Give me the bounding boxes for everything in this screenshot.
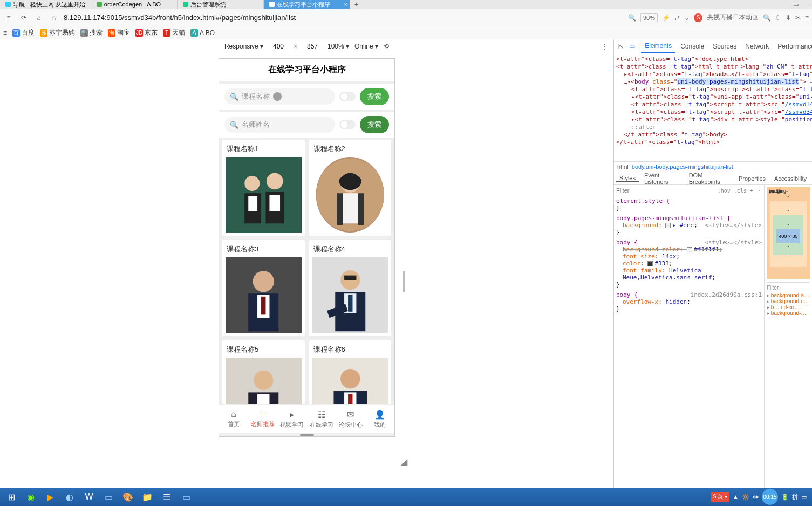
url-input[interactable]: 8.129.11.174:9015/ssmvd34b/front/h5/inde… [64, 13, 624, 22]
more-icon[interactable]: ≡ [805, 14, 809, 22]
device-scale-select[interactable]: 100% ▾ [327, 43, 349, 50]
device-throttle-select[interactable]: Online ▾ [354, 43, 378, 50]
course-card[interactable]: 课程名称5 [222, 340, 305, 404]
bookmarks-menu-icon[interactable]: ≡ [3, 29, 7, 37]
dom-breadcrumb[interactable]: html body.uni-body.pages-mingshituijian-… [614, 161, 812, 172]
styles-tab-props[interactable]: Properties [735, 175, 769, 182]
tray-icon[interactable]: ▲ [733, 494, 739, 500]
tab-home[interactable]: ⌂首页 [219, 405, 248, 433]
styles-rules[interactable]: :hov .cls + ⋮ element.style {}body.pages… [614, 185, 765, 488]
search-icon[interactable]: 🔍 [763, 14, 771, 22]
tab-teachers[interactable]: ⌗名师推荐 [248, 405, 277, 433]
computed-prop[interactable]: background-cl… [767, 298, 810, 304]
styles-filter-input[interactable] [616, 187, 714, 194]
download-icon[interactable]: ⬇ [786, 14, 791, 22]
download-chevron-icon[interactable]: ⌄ [684, 14, 690, 22]
tab-video[interactable]: ▸视频学习 [277, 405, 306, 433]
course-card[interactable]: 课程名称6 [309, 340, 392, 404]
bookmark-item[interactable]: 苏苏宁易购 [40, 28, 75, 37]
browser-tab[interactable]: orderCodegen - A BO [91, 0, 178, 9]
taskbar-app-icon[interactable]: 📁 [138, 489, 156, 504]
browser-tab-active[interactable]: 在线学习平台小程序× [264, 0, 350, 9]
drag-handle[interactable] [219, 433, 394, 436]
scissors-icon[interactable]: ✂ [795, 14, 801, 22]
bookmark-item[interactable]: 淘淘宝 [108, 28, 130, 37]
home-icon[interactable]: ⌂ [33, 14, 44, 22]
device-toggle-icon[interactable]: ▭ [627, 43, 637, 50]
tray-ime-icon[interactable]: 拼 [792, 493, 798, 501]
dom-tree[interactable]: <t-attr">class="t-tag">!doctype html><t-… [614, 53, 812, 161]
close-icon[interactable]: × [344, 1, 347, 8]
computed-prop[interactable]: background-at… [767, 292, 810, 298]
devtools-tab-elements[interactable]: Elements [641, 39, 675, 53]
nav-menu-icon[interactable]: ≡ [3, 14, 14, 22]
devtools-tab-sources[interactable]: Sources [709, 39, 740, 53]
taskbar-app-icon[interactable]: 🎨 [119, 489, 137, 504]
bookmark-item[interactable]: AA BO [190, 29, 215, 37]
star-icon[interactable]: ☆ [49, 14, 59, 22]
taskbar-app-icon[interactable]: ▭ [177, 489, 195, 504]
zoom-level[interactable]: 90% [640, 13, 658, 22]
course-card[interactable]: 课程名称3 [222, 240, 305, 336]
taskbar-app-icon[interactable]: ▭ [99, 489, 118, 504]
extension-text[interactable]: 央视再播日本动画 [707, 13, 759, 22]
styles-tab-dombp[interactable]: DOM Breakpoints [686, 172, 733, 185]
new-tab-button[interactable]: + [350, 0, 363, 9]
course-card[interactable]: 课程名称4 [309, 240, 392, 336]
rotate-icon[interactable]: ⟲ [384, 43, 389, 50]
teacher-search-input[interactable]: 🔍 名师姓名 [224, 117, 335, 133]
course-search-input[interactable]: 🔍 课程名称 [224, 88, 335, 105]
corner-resize-handle[interactable]: ◢ [401, 456, 407, 463]
search-button[interactable]: 搜索 [360, 116, 389, 133]
devtools-tab-performance[interactable]: Performance [774, 39, 812, 53]
styles-filter-chips[interactable]: :hov .cls + ⋮ [718, 188, 762, 194]
taskbar-app-icon[interactable]: ☰ [158, 489, 176, 504]
computed-prop[interactable]: b… nd-co… [767, 304, 810, 310]
taskbar-app-icon[interactable]: ◐ [60, 489, 79, 504]
resize-handle[interactable] [403, 271, 405, 292]
translate-icon[interactable]: ⇄ [674, 14, 680, 22]
tray-icon[interactable]: 🔋 [781, 494, 789, 501]
course-card[interactable]: 课程名称2 [309, 140, 392, 236]
taskbar-app-icon[interactable]: ▶ [41, 489, 59, 504]
flash-icon[interactable]: ⚡ [662, 14, 670, 22]
devtools-tab-console[interactable]: Console [677, 39, 708, 53]
ime-indicator[interactable]: S 英 ▾ [711, 492, 729, 502]
bookmark-item[interactable]: T天猫 [163, 28, 185, 37]
window-cascade-icon[interactable]: ▭ [793, 1, 799, 8]
course-card[interactable]: 课程名称1 [222, 140, 305, 236]
start-button[interactable]: ⊞ [2, 489, 21, 504]
moon-icon[interactable]: ☾ [775, 14, 781, 22]
tab-online[interactable]: ☷在线学习 [307, 405, 336, 433]
styles-tab-a11y[interactable]: Accessibility [771, 175, 810, 182]
search-toggle[interactable] [339, 120, 356, 129]
taskbar-app-icon[interactable]: W [80, 489, 98, 504]
tab-forum[interactable]: ✉论坛中心 [336, 405, 365, 433]
browser-tab[interactable]: 后台管理系统 [178, 0, 264, 9]
extension-badge-icon[interactable]: S [694, 13, 702, 22]
taskbar-app-icon[interactable]: ◉ [22, 489, 40, 504]
browser-tab[interactable]: 导航 - 轻快上网 从这里开始 [0, 0, 91, 9]
tab-me[interactable]: 👤我的 [365, 405, 394, 433]
bookmark-item[interactable]: JD京东 [135, 28, 158, 37]
search-toggle[interactable] [339, 92, 356, 101]
styles-tab-styles[interactable]: Styles [616, 175, 639, 182]
device-select[interactable]: Responsive ▾ [224, 43, 263, 50]
window-minimize-icon[interactable]: — [803, 1, 809, 8]
recording-timer[interactable]: 00:15 [762, 489, 778, 505]
bookmark-item[interactable]: 百百度 [12, 28, 35, 37]
styles-tab-events[interactable]: Event Listeners [641, 172, 684, 185]
action-center-icon[interactable]: ▭ [801, 494, 807, 501]
tray-icon[interactable]: 🕪 [753, 494, 759, 500]
device-height-input[interactable] [303, 43, 322, 50]
zoom-lens-icon[interactable]: 🔍 [628, 14, 636, 22]
device-more-icon[interactable]: ⋮ [602, 43, 608, 50]
device-width-input[interactable] [269, 43, 288, 50]
reload-icon[interactable]: ⟳ [18, 14, 29, 22]
bookmark-item[interactable]: 🔍搜索 [80, 28, 103, 37]
tray-icon[interactable]: 🔆 [742, 494, 749, 501]
inspect-icon[interactable]: ⇱ [616, 43, 626, 50]
computed-prop[interactable]: background-… [767, 310, 810, 316]
search-button[interactable]: 搜索 [360, 88, 389, 105]
devtools-tab-network[interactable]: Network [741, 39, 773, 53]
